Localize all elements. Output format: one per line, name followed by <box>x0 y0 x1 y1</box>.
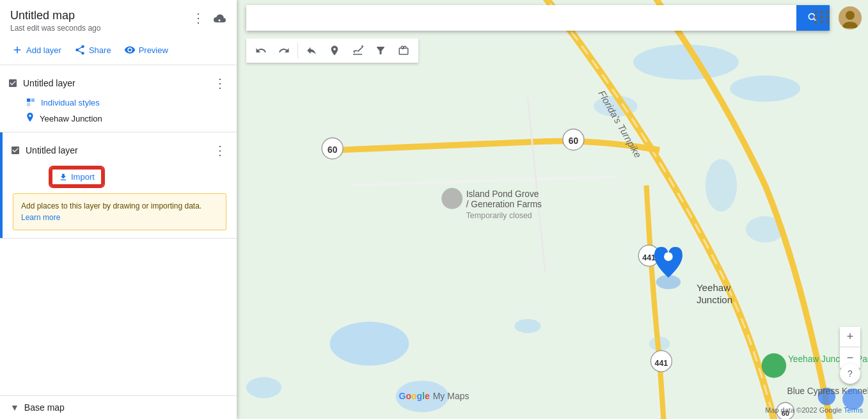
redo-icon <box>278 45 290 56</box>
layer-1-place-item[interactable]: Yeehaw Junction <box>0 110 237 127</box>
pan-icon <box>306 45 317 56</box>
map-menu-button[interactable]: ⋮ <box>189 9 207 27</box>
zoom-controls: + − <box>840 327 860 368</box>
top-bar <box>246 5 830 31</box>
svg-rect-42 <box>27 103 30 106</box>
basemap-label: Base map <box>24 402 65 413</box>
preview-button[interactable]: Preview <box>123 42 170 58</box>
svg-text:Island Pond Grove: Island Pond Grove <box>466 189 539 199</box>
help-button[interactable]: ? <box>840 363 860 384</box>
layer-1-place-label: Yeehaw Junction <box>40 114 102 123</box>
undo-icon <box>255 45 267 56</box>
share-button[interactable]: Share <box>73 42 113 58</box>
draw-shape-icon <box>352 45 363 56</box>
tool-separator-1 <box>297 43 298 58</box>
search-input[interactable] <box>246 5 796 31</box>
svg-text:/ Generation Farms: / Generation Farms <box>466 200 542 209</box>
layer-1-title: Untitled layer <box>23 78 75 88</box>
svg-rect-40 <box>27 99 30 102</box>
layer-1-header: Untitled layer ⋮ <box>0 72 237 95</box>
google-branding: Google My Maps <box>399 391 470 401</box>
apps-button[interactable] <box>812 8 832 26</box>
sidebar: Untitled map Last edit was seconds ago ⋮… <box>0 0 237 419</box>
import-info-box: Add places to this layer by drawing or i… <box>13 193 226 230</box>
svg-text:Temporarily closed: Temporarily closed <box>466 211 532 220</box>
pin-button[interactable] <box>324 42 345 59</box>
svg-point-39 <box>664 252 673 261</box>
terms-link[interactable]: Terms <box>844 406 863 414</box>
layer-1-style[interactable]: Individual styles <box>0 95 237 110</box>
svg-point-4 <box>514 319 541 333</box>
info-text: Add places to this layer by drawing or i… <box>21 202 201 210</box>
map-title-area: Untitled map Last edit was seconds ago ⋮ <box>0 0 237 38</box>
svg-point-25 <box>441 188 462 209</box>
import-button[interactable]: Import <box>51 168 102 186</box>
import-icon <box>59 173 68 182</box>
svg-text:60: 60 <box>327 145 338 155</box>
svg-point-44 <box>846 11 855 20</box>
layer-2-title: Untitled layer <box>26 145 78 155</box>
svg-text:Junction: Junction <box>697 294 732 305</box>
layer-1-header-left: Untitled layer <box>8 78 75 88</box>
pin-icon <box>329 45 340 56</box>
layers-area: Untitled layer ⋮ Individual styles Yeeha… <box>0 65 237 395</box>
filter-icon <box>375 45 386 56</box>
svg-point-31 <box>762 353 786 377</box>
style-icon <box>26 97 36 107</box>
redo-button[interactable] <box>273 42 295 59</box>
add-layer-button[interactable]: Add layer <box>10 42 63 58</box>
map-title-text: Untitled map Last edit was seconds ago <box>10 9 100 33</box>
zoom-in-button[interactable]: + <box>840 327 860 347</box>
avatar-image <box>839 6 862 29</box>
svg-text:Yeehaw: Yeehaw <box>697 282 730 293</box>
draw-shape-button[interactable] <box>347 42 368 59</box>
import-label: Import <box>71 172 95 182</box>
svg-point-7 <box>246 377 281 398</box>
svg-point-1 <box>330 322 409 366</box>
layer-2-header-left: Untitled layer <box>10 145 78 155</box>
layer-1-menu-button[interactable]: ⋮ <box>211 74 229 92</box>
layer-1-checkbox[interactable] <box>8 78 18 88</box>
svg-text:60: 60 <box>569 136 579 146</box>
undo-button[interactable] <box>250 42 272 59</box>
svg-point-8 <box>633 45 739 80</box>
pan-button[interactable] <box>301 42 322 59</box>
active-layer-indicator <box>0 132 3 238</box>
cloud-save-icon <box>212 13 226 26</box>
layer-1-section: Untitled layer ⋮ Individual styles Yeeha… <box>0 65 237 132</box>
basemap-section[interactable]: ▼ Base map <box>0 395 237 419</box>
layer-2-header: Untitled layer ⋮ <box>3 139 237 162</box>
layer-1-style-label: Individual styles <box>41 98 100 107</box>
learn-more-link[interactable]: Learn more <box>21 213 60 222</box>
layer-2-menu-button[interactable]: ⋮ <box>211 141 229 159</box>
svg-text:441: 441 <box>642 253 656 262</box>
import-btn-wrapper: Import <box>26 164 226 189</box>
svg-text:441: 441 <box>655 359 668 368</box>
layer-2-checkbox[interactable] <box>10 145 20 155</box>
filter-button[interactable] <box>370 42 391 59</box>
attribution-text: Map data ©2022 Google <box>765 406 842 414</box>
svg-point-9 <box>730 75 800 102</box>
basemap-chevron-icon: ▼ <box>10 402 19 413</box>
map-title: Untitled map <box>10 9 100 22</box>
place-pin-icon <box>26 113 35 124</box>
svg-rect-41 <box>31 99 35 102</box>
map-attribution: Map data ©2022 Google Terms <box>765 406 863 414</box>
measure-button[interactable] <box>393 42 414 59</box>
map-tools <box>246 38 418 63</box>
map-last-edit: Last edit was seconds ago <box>10 24 100 33</box>
toolbar-row: Add layer Share Preview <box>0 38 237 65</box>
user-avatar[interactable] <box>839 6 862 29</box>
search-bar <box>246 5 830 31</box>
svg-point-11 <box>706 159 737 211</box>
measure-icon <box>398 45 409 56</box>
layer-2-section: Untitled layer ⋮ Import Add places to th… <box>0 132 237 239</box>
